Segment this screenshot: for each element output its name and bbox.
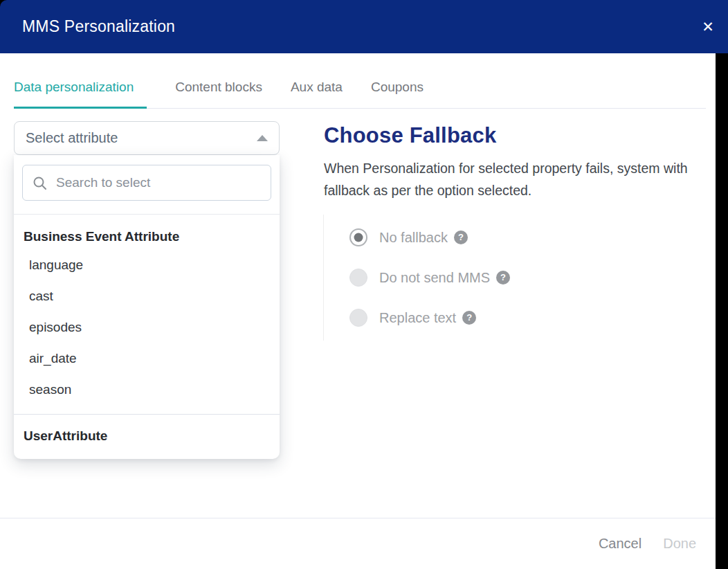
group-header-business-event-attribute: Business Event Attribute xyxy=(14,215,280,244)
radio-no-fallback[interactable]: No fallback ? xyxy=(349,228,711,246)
tab-bar: Data personalization Content blocks Aux … xyxy=(14,53,706,109)
search-wrap xyxy=(14,155,280,215)
tab-aux-data[interactable]: Aux data xyxy=(291,80,343,109)
fallback-description: When Personalization for selected proper… xyxy=(324,157,701,201)
help-icon[interactable]: ? xyxy=(462,311,476,325)
group-header-user-attribute: UserAttribute xyxy=(14,415,280,444)
close-icon[interactable]: ✕ xyxy=(698,17,718,37)
list-item[interactable]: episodes xyxy=(14,311,280,343)
radio-icon[interactable] xyxy=(349,228,367,246)
radio-replace-text[interactable]: Replace text ? xyxy=(349,309,711,327)
search-box[interactable] xyxy=(22,165,271,201)
fallback-title: Choose Fallback xyxy=(324,123,711,148)
list-item[interactable]: cast xyxy=(14,280,280,311)
radio-icon[interactable] xyxy=(349,309,367,327)
attribute-select[interactable]: Select attribute xyxy=(14,121,280,155)
done-button[interactable]: Done xyxy=(663,536,696,552)
modal-body: Data personalization Content blocks Aux … xyxy=(0,53,716,569)
tab-data-personalization[interactable]: Data personalization xyxy=(14,80,147,109)
chevron-up-icon xyxy=(257,135,268,141)
fallback-pane: Choose Fallback When Personalization for… xyxy=(324,123,711,341)
cancel-button[interactable]: Cancel xyxy=(599,536,641,552)
attribute-dropdown: Select attribute Business Event Attribut… xyxy=(14,121,280,459)
radio-label: Do not send MMS xyxy=(379,270,490,286)
modal-title: MMS Personalization xyxy=(22,17,175,36)
list-item[interactable]: language xyxy=(14,249,280,280)
radio-label: Replace text xyxy=(379,310,456,326)
help-icon[interactable]: ? xyxy=(496,271,510,284)
list-item[interactable]: season xyxy=(14,374,280,405)
radio-icon[interactable] xyxy=(349,269,367,287)
modal-header: MMS Personalization ✕ xyxy=(0,0,728,53)
radio-do-not-send-mms[interactable]: Do not send MMS ? xyxy=(349,269,711,287)
tab-content-blocks[interactable]: Content blocks xyxy=(175,80,262,109)
attribute-list: language cast episodes air_date season xyxy=(14,249,280,405)
list-item[interactable]: air_date xyxy=(14,343,280,374)
modal-footer: Cancel Done xyxy=(0,518,716,569)
search-input[interactable] xyxy=(56,175,261,190)
help-icon[interactable]: ? xyxy=(454,231,468,244)
attribute-dropdown-panel: Business Event Attribute language cast e… xyxy=(14,155,280,459)
fallback-options: No fallback ? Do not send MMS ? Replace … xyxy=(323,215,711,341)
radio-label: No fallback xyxy=(379,230,448,246)
search-icon xyxy=(33,176,47,190)
attribute-select-value: Select attribute xyxy=(26,130,257,146)
tab-coupons[interactable]: Coupons xyxy=(371,80,424,109)
